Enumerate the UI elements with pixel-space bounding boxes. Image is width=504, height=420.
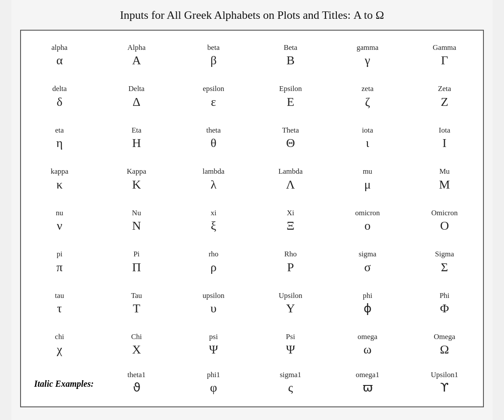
cell-symbol: ε [211,94,216,110]
greek-cell-delta: deltaδ [21,76,98,117]
greek-cell-chi: ChiΧ [98,324,175,365]
cell-name: Eta [132,126,142,135]
cell-name: Omicron [431,208,458,218]
greek-cell-kappa: KappaΚ [98,159,175,200]
cell-symbol: κ [56,177,63,192]
cell-symbol: ι [366,135,369,151]
cell-symbol: Μ [439,177,450,192]
greek-cell-theta: thetaθ [175,118,252,159]
greek-cell-xi: XiΞ [252,200,329,242]
italic-label: Italic Examples: [21,366,98,398]
greek-cell-sigma: SigmaΣ [406,242,483,283]
cell-symbol: ξ [211,218,216,234]
cell-name: Pi [133,249,140,259]
cell-symbol: Β [287,52,295,68]
cell-name: upsilon [203,291,224,301]
cell-name: pi [56,249,62,259]
cell-name: Psi [286,332,295,342]
cell-symbol: Χ [132,342,141,357]
cell-symbol: ν [57,218,63,234]
italic-cell-symbol: ϒ [440,380,449,396]
cell-name: Beta [284,43,297,52]
cell-name: Upsilon [279,291,302,301]
cell-symbol: β [210,52,217,68]
greek-cell-delta: DeltaΔ [98,76,175,117]
italic-cell-sigma1: sigma1ς [252,366,329,398]
cell-symbol: Γ [441,52,448,68]
greek-cell-phi: phiϕ [329,283,406,324]
greek-cell-gamma: GammaΓ [406,35,483,76]
cell-symbol: θ [210,135,216,151]
cell-name: Xi [287,208,294,218]
cell-name: Lambda [278,167,303,176]
cell-symbol: Υ [286,301,295,316]
greek-cell-upsilon: upsilonυ [175,283,252,324]
italic-cell-name: sigma1 [280,370,301,380]
italic-cell-symbol: ϑ [133,380,140,396]
cell-name: Phi [440,291,450,301]
italic-cell-omega1: omega1ϖ [329,366,406,398]
cell-name: Chi [131,332,142,342]
greek-cell-iota: IotaΙ [406,118,483,159]
greek-cell-epsilon: epsilonε [175,76,252,117]
cell-name: psi [209,332,218,342]
greek-cell-xi: xiξ [175,200,252,242]
cell-symbol: τ [57,301,62,316]
greek-cell-pi: piπ [21,242,98,283]
cell-name: Nu [132,208,141,218]
italic-cell-upsilon1: Upsilon1ϒ [406,366,483,398]
cell-symbol: Τ [133,301,140,316]
greek-cell-pi: PiΠ [98,242,175,283]
cell-symbol: Α [132,52,141,68]
greek-cell-omega: OmegaΩ [406,324,483,365]
cell-symbol: Δ [133,94,140,110]
cell-name: sigma [359,249,377,259]
cell-name: eta [55,126,64,135]
greek-cell-rho: RhoΡ [252,242,329,283]
cell-name: Epsilon [279,84,302,94]
cell-name: omega [357,332,377,342]
italic-cell-symbol: ς [288,380,293,396]
greek-cell-sigma: sigmaσ [329,242,406,283]
cell-symbol: ο [364,218,371,234]
cell-symbol: Θ [286,135,295,151]
cell-symbol: Ψ [209,342,218,357]
cell-name: Delta [129,84,145,94]
cell-symbol: υ [210,301,217,316]
cell-name: phi [363,291,372,301]
cell-name: iota [362,126,373,135]
cell-name: chi [55,332,64,342]
greek-cell-iota: iotaι [329,118,406,159]
cell-symbol: Ζ [441,94,448,110]
cell-symbol: λ [210,177,217,192]
cell-name: xi [210,208,216,218]
greek-grid: alphaαAlphaΑbetaβBetaΒgammaγGammaΓdeltaδ… [21,35,483,366]
cell-name: gamma [357,43,378,52]
italic-cell-name: phi1 [207,370,220,380]
cell-name: Alpha [127,43,146,52]
cell-symbol: Η [132,135,141,151]
cell-symbol: Κ [132,177,141,192]
cell-symbol: Φ [440,301,449,316]
cell-name: Gamma [433,43,456,52]
cell-symbol: Ι [442,135,446,151]
italic-row: Italic Examples: theta1ϑphi1φsigma1ςomeg… [21,366,483,398]
cell-symbol: Ε [287,94,294,110]
greek-cell-lambda: lambdaλ [175,159,252,200]
greek-cell-nu: nuν [21,200,98,242]
greek-cell-eta: EtaΗ [98,118,175,159]
greek-cell-zeta: zetaζ [329,76,406,117]
cell-name: theta [206,126,220,135]
cell-symbol: Ω [440,342,449,357]
greek-cell-alpha: AlphaΑ [98,35,175,76]
greek-cell-mu: muμ [329,159,406,200]
greek-cell-tau: TauΤ [98,283,175,324]
cell-symbol: ζ [365,94,370,110]
cell-name: Tau [131,291,142,301]
greek-cell-psi: PsiΨ [252,324,329,365]
greek-cell-upsilon: UpsilonΥ [252,283,329,324]
cell-symbol: δ [56,94,62,110]
greek-cell-alpha: alphaα [21,35,98,76]
cell-name: Omega [434,332,455,342]
cell-name: Rho [284,249,297,259]
